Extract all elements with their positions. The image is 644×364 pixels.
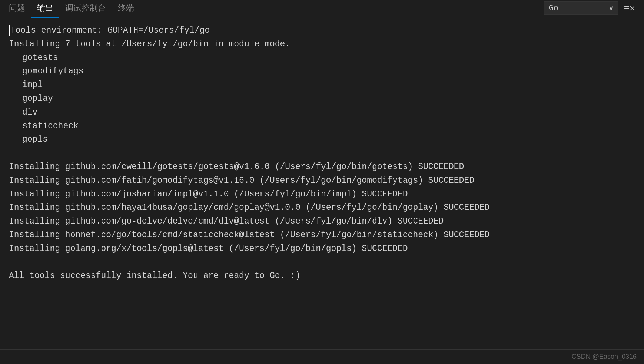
status-text: CSDN @Eason_0316 — [572, 353, 637, 361]
output-line: Tools environment: GOPATH=/Users/fyl/go — [9, 24, 635, 37]
language-selector-value: Go — [549, 3, 606, 13]
tab-terminal[interactable]: 终端 — [112, 0, 140, 17]
empty-line — [9, 283, 635, 297]
tab-bar: 问题 输出 调试控制台 终端 Go ∨ ≡× — [0, 0, 644, 16]
cursor — [9, 25, 10, 36]
tab-output[interactable]: 输出 — [31, 0, 59, 17]
tab-problems[interactable]: 问题 — [3, 0, 31, 17]
output-line: Installing github.com/haya14busa/goplay/… — [9, 201, 635, 215]
output-line: dlv — [9, 106, 635, 119]
output-line: impl — [9, 78, 635, 92]
tab-bar-right: Go ∨ ≡× — [544, 1, 638, 15]
output-line: Installing github.com/cweill/gotests/got… — [9, 160, 635, 174]
output-line: Installing github.com/go-delve/delve/cmd… — [9, 215, 635, 228]
output-line: Installing github.com/josharian/impl@v1.… — [9, 188, 635, 201]
output-line: goplay — [9, 92, 635, 106]
tab-debug-console[interactable]: 调试控制台 — [59, 0, 112, 17]
output-line: gomodifytags — [9, 64, 635, 78]
output-line: Installing 7 tools at /Users/fyl/go/bin … — [9, 37, 635, 51]
output-line: Installing golang.org/x/tools/gopls@late… — [9, 242, 635, 256]
output-line: All tools successfully installed. You ar… — [9, 269, 635, 283]
status-bar: CSDN @Eason_0316 — [0, 349, 644, 364]
output-line: Installing github.com/fatih/gomodifytags… — [9, 174, 635, 188]
output-line: staticcheck — [9, 119, 635, 133]
empty-line — [9, 256, 635, 269]
output-panel: Tools environment: GOPATH=/Users/fyl/goI… — [0, 16, 644, 349]
empty-line — [9, 146, 635, 160]
output-line: gopls — [9, 133, 635, 146]
output-line: gotests — [9, 51, 635, 65]
clear-output-button[interactable]: ≡× — [621, 1, 638, 15]
chevron-down-icon: ∨ — [609, 4, 613, 12]
output-line: Installing honnef.co/go/tools/cmd/static… — [9, 228, 635, 242]
language-selector[interactable]: Go ∨ — [544, 1, 618, 14]
